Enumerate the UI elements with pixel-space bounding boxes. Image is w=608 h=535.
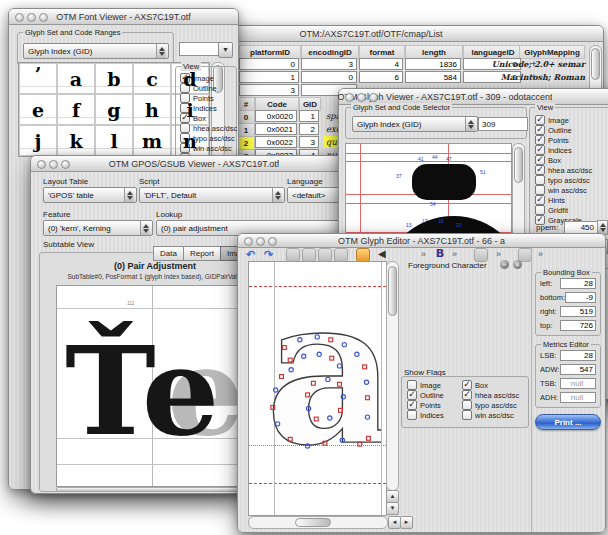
ascender-guide bbox=[249, 286, 386, 287]
pair-canvas-scrollbar[interactable] bbox=[56, 487, 248, 492]
glyph-cell[interactable]: j bbox=[19, 125, 57, 156]
cut-icon[interactable] bbox=[302, 248, 316, 262]
checkbox-indices[interactable]: Indices bbox=[407, 410, 444, 420]
overflow-chevron-icon[interactable]: » bbox=[421, 248, 426, 260]
scroll-down-button[interactable]: ▼ bbox=[386, 502, 399, 515]
column-header: Code bbox=[255, 97, 299, 111]
foreground-minus-button[interactable]: − bbox=[500, 260, 509, 269]
table-cell: 0x0021 bbox=[255, 123, 297, 135]
export-icon[interactable] bbox=[356, 248, 370, 262]
checkbox-typo-asc-dsc[interactable]: typo asc/dsc bbox=[462, 400, 519, 410]
gid-field[interactable]: 309 bbox=[478, 117, 528, 131]
lookup-label: Lookup bbox=[156, 210, 182, 219]
foreground-close-button[interactable]: × bbox=[513, 260, 522, 269]
checkbox-hints[interactable]: ✓Hints bbox=[535, 195, 592, 205]
checkbox-box: ✓ bbox=[535, 165, 545, 175]
column-header: platformID bbox=[239, 45, 301, 59]
scroll-right-button[interactable]: ► bbox=[400, 516, 413, 529]
field-value[interactable]: null bbox=[560, 378, 596, 389]
script-select[interactable]: 'DFLT', Default bbox=[139, 187, 285, 203]
overflow-chevron-icon[interactable]: » bbox=[538, 248, 543, 260]
field-label: bottom: bbox=[540, 293, 565, 302]
field-value[interactable]: 28 bbox=[560, 350, 596, 361]
print-button[interactable]: Print ... bbox=[535, 414, 601, 430]
paste-icon[interactable] bbox=[334, 248, 348, 262]
checkbox-label: Hints bbox=[548, 196, 565, 205]
window-lights[interactable] bbox=[345, 93, 378, 102]
field-value[interactable]: 547 bbox=[560, 364, 596, 375]
field-label: top: bbox=[540, 321, 553, 330]
glyph-cell[interactable]: k bbox=[57, 125, 95, 156]
delete-icon[interactable] bbox=[286, 248, 300, 262]
glyph-cell[interactable]: c bbox=[133, 63, 171, 94]
checkbox-label: typo asc/dsc bbox=[548, 176, 590, 185]
overflow-chevron-icon[interactable]: » bbox=[452, 248, 457, 260]
checkbox-label: Outline bbox=[548, 126, 572, 135]
window-lights[interactable] bbox=[37, 160, 70, 169]
checkbox-hhea-asc-dsc[interactable]: ✓hhea asc/dsc bbox=[535, 165, 592, 175]
glyph-cell[interactable]: e bbox=[19, 94, 57, 125]
glyph-cell[interactable]: m bbox=[133, 125, 171, 156]
stepper-icon[interactable] bbox=[156, 44, 166, 58]
field-value[interactable]: 28 bbox=[560, 278, 596, 289]
field-value[interactable]: 726 bbox=[560, 320, 596, 331]
field-value[interactable]: -9 bbox=[565, 292, 596, 303]
table-cell: 1 bbox=[239, 71, 299, 83]
kerning-pair-canvas[interactable]: 111 e Ťe bbox=[56, 285, 248, 487]
point-index-label: 23 bbox=[456, 223, 462, 228]
field-row-top: top:726 bbox=[540, 319, 596, 331]
glyph-editor-titlebar[interactable]: OTM Glyph Editor - AXS7C19T.otf - 66 - a bbox=[238, 234, 605, 248]
field-value[interactable]: null bbox=[560, 392, 596, 403]
copy-icon[interactable] bbox=[318, 248, 332, 262]
layers-icon[interactable] bbox=[474, 248, 488, 262]
glyph-edit-canvas[interactable]: a bbox=[248, 261, 387, 516]
checkbox-label: Image bbox=[548, 116, 569, 125]
pair-adjustment-heading: (0) Pair Adjustment bbox=[40, 261, 270, 271]
table-row[interactable]: 1065840+Macintosh; Roman bbox=[239, 71, 587, 84]
glyph-cell[interactable]: h bbox=[133, 94, 171, 125]
checkbox-hhea-asc-dsc[interactable]: ✓hhea asc/dsc bbox=[462, 390, 519, 400]
window-lights[interactable] bbox=[244, 237, 277, 246]
glyph-b-icon[interactable]: B bbox=[436, 248, 443, 260]
tab-report[interactable]: Report bbox=[183, 246, 221, 261]
checkbox-label: win asc/dsc bbox=[193, 144, 232, 153]
checkbox-label: Image bbox=[420, 381, 441, 390]
window-lights[interactable] bbox=[15, 13, 48, 22]
glyph-cell[interactable]: g bbox=[95, 94, 133, 125]
combobox-dropdown-button[interactable]: ▼ bbox=[218, 42, 233, 58]
font-viewer-titlebar[interactable]: OTM Font Viewer - AXS7C19T.otf bbox=[9, 9, 238, 25]
checkbox-typo-asc-dsc[interactable]: typo asc/dsc bbox=[535, 175, 592, 185]
glyph-cell[interactable]: a bbox=[57, 63, 95, 94]
checkbox-win-asc-dsc[interactable]: win asc/dsc bbox=[462, 410, 519, 420]
point-index-label: 18 bbox=[438, 219, 444, 224]
glyph-preview: k bbox=[69, 132, 82, 151]
checkbox-points[interactable]: ✓Points bbox=[407, 400, 444, 410]
gpos-titlebar[interactable]: OTM GPOS/GSUB Viewer - AXS7C19T.otf bbox=[31, 156, 357, 172]
table-row[interactable]: 03418360+Unicode; 2.0+ semar bbox=[239, 58, 587, 71]
tab-data[interactable]: Data bbox=[153, 246, 184, 261]
table-cell: 1 bbox=[299, 110, 319, 122]
point-index-label: 54 bbox=[430, 202, 436, 207]
glyph-cell[interactable]: l bbox=[95, 125, 133, 156]
redo-icon[interactable]: ↷ bbox=[264, 248, 273, 260]
field-label: ADH: bbox=[540, 393, 558, 402]
glyph-cell[interactable]: f bbox=[57, 94, 95, 125]
layout-table-select[interactable]: 'GPOS' table bbox=[43, 187, 137, 203]
editor-horizontal-scrollbar[interactable] bbox=[248, 516, 388, 529]
glyph-set-select[interactable]: Glyph Index (GID) bbox=[23, 43, 169, 59]
overflow-chevron-icon[interactable]: » bbox=[496, 248, 501, 260]
point-index-label: 41 bbox=[418, 157, 424, 162]
checkbox-label: Gridfit bbox=[548, 206, 568, 215]
glyph-set-select[interactable]: Glyph Index (GID) bbox=[352, 116, 478, 132]
table-cell: 1836 bbox=[405, 58, 461, 70]
checkbox-label: Points bbox=[193, 94, 214, 103]
undo-icon[interactable]: ↶ bbox=[246, 248, 255, 260]
feature-select[interactable]: (0) 'kern', Kerning bbox=[43, 220, 153, 236]
glyph-preview: h bbox=[145, 101, 159, 120]
field-value[interactable]: 519 bbox=[560, 306, 596, 317]
editor-vertical-scrollbar[interactable] bbox=[386, 261, 399, 491]
glyph-cell[interactable]: ’ bbox=[19, 63, 57, 94]
point-index-label: 17 bbox=[422, 219, 428, 224]
back-icon[interactable]: ◀ bbox=[378, 248, 386, 260]
glyph-cell[interactable]: b bbox=[95, 63, 133, 94]
